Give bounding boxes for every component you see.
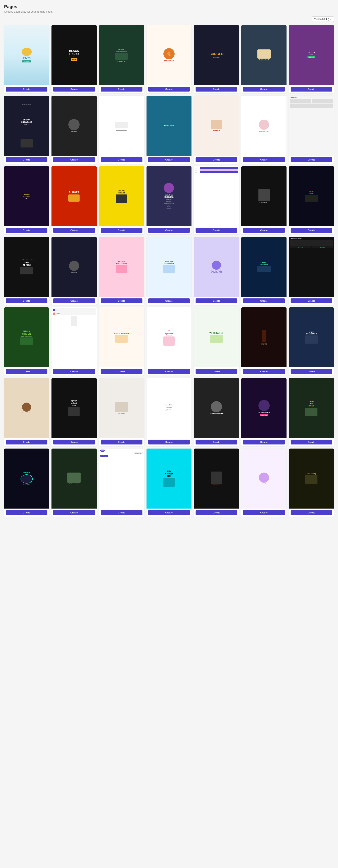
template-preview-pizza: 🍕ORDER NOW [147, 25, 191, 85]
create-button-getready[interactable]: Create [148, 369, 190, 374]
create-button-pink[interactable]: Create [101, 299, 143, 303]
create-button-music2[interactable]: Create [53, 299, 95, 303]
create-button-aboutme[interactable]: Create [148, 510, 190, 515]
template-preview-overview: Overview [289, 96, 334, 156]
template-card-schedule: 9:0010:0011:00Create [194, 166, 239, 234]
template-card-athlete: PERFORMANCECreate [194, 448, 239, 517]
template-preview-restaurant: Fine Dining [289, 448, 334, 508]
create-button-overview[interactable]: Create [290, 157, 332, 162]
view-all-label: View all (248) [314, 18, 329, 21]
template-preview-newalbum: LISTEN TO THE NEWNEWALBUM [4, 237, 49, 297]
template-card-pet: Your Pet'sBest FriendShop NowCreate [4, 25, 49, 93]
create-button-vegetable[interactable]: Create [195, 369, 237, 374]
template-card-thinkgreen: THINKGREENSustainability MattersCreate [4, 307, 49, 375]
create-button-yellow[interactable]: Create [101, 228, 143, 233]
create-button-blackfriday[interactable]: Create [53, 87, 95, 92]
create-button-cybercam[interactable]: Create [6, 510, 48, 515]
create-button-pizza[interactable]: Create [148, 87, 190, 92]
template-card-dancer: PERFORMANCECreate [241, 166, 286, 234]
template-card-newsletter2: Newsletter• Top 5 Videos• Tip 7 Tips• Re… [147, 378, 191, 446]
create-button-james[interactable]: Create [148, 299, 190, 303]
template-card-james: James TylerPhotographyCreate [147, 237, 191, 305]
create-button-fashion[interactable]: Create [195, 157, 237, 162]
create-button-pet[interactable]: Create [6, 87, 48, 92]
create-button-cosmetics[interactable]: Create [243, 157, 285, 162]
create-button-travel[interactable]: Create [53, 510, 95, 515]
create-button-portfolio[interactable]: Create [148, 157, 190, 162]
create-button-wine[interactable]: Create [243, 369, 285, 374]
template-preview-andrew: ANDREW SMITHCLICK HERE [241, 378, 286, 438]
create-button-dadseat[interactable]: Create [290, 440, 332, 444]
create-button-amara[interactable]: Create [148, 228, 190, 233]
create-button-coffee[interactable]: Create [6, 440, 48, 444]
template-preview-vegetable: VEGETABLE [194, 307, 239, 367]
template-card-wine: Fine WineCollectionCreate [241, 307, 286, 375]
create-button-newalbum[interactable]: Create [6, 299, 48, 303]
template-preview-cats: Cat Stories [99, 378, 144, 438]
create-button-sport[interactable]: Create [290, 369, 332, 374]
template-card-newalbum: LISTEN TO THE NEWNEWALBUMCreate [4, 237, 49, 305]
create-button-sportbike[interactable]: Create [290, 228, 332, 233]
template-preview-burger2: BURGER [52, 166, 96, 226]
create-button-dancer[interactable]: Create [243, 228, 285, 233]
create-button-joe[interactable]: Create [195, 440, 237, 444]
template-preview-purple: Take Your TrafficTo The Next Level [194, 237, 239, 297]
template-preview-food: Delicious Food [241, 25, 286, 85]
create-button-andrew[interactable]: Create [243, 440, 285, 444]
template-preview-xmas: HolidayGreetings✦ ✦ ✦ [4, 166, 49, 226]
template-preview-cosmetics: Beauty & Care [241, 96, 286, 156]
create-button-restaurant[interactable]: Create [290, 510, 332, 515]
create-button-schedule[interactable]: Create [195, 228, 237, 233]
template-card-xmas: HolidayGreetings✦ ✦ ✦Create [4, 166, 49, 234]
template-preview-dadseat: DADSEATCreate [289, 378, 334, 438]
template-preview-newsletter2: Newsletter• Top 5 Videos• Tip 7 Tips• Re… [147, 378, 191, 438]
create-button-email[interactable]: Create [53, 369, 95, 374]
create-button-xmas[interactable]: Create [6, 228, 48, 233]
template-preview-crypto: CRYPTOTRADING [241, 237, 286, 297]
create-button-newsletter2[interactable]: Create [148, 440, 190, 444]
create-button-mystery[interactable]: Create [101, 87, 143, 92]
create-button-minimal[interactable]: Create [101, 157, 143, 162]
create-button-burger[interactable]: Create [195, 87, 237, 92]
template-preview-thinkgreen: THINKGREENSustainability Matters [4, 307, 49, 367]
template-card-mystery: MYSTERYFLASH SALEUp to 50% OFFCreate [99, 25, 144, 93]
create-button-chat[interactable]: Create [101, 510, 143, 515]
create-button-pitchme[interactable]: Create [243, 510, 285, 515]
template-card-pizza: 🍕ORDER NOWCreate [147, 25, 191, 93]
templates-grid: Your Pet'sBest FriendShop NowCreateBLACK… [4, 25, 334, 517]
template-preview-minimal [99, 96, 144, 156]
template-card-cosmetics: Beauty & CareCreate [241, 96, 286, 164]
template-card-darktrading: Trading Made SimpleBTC +5%ETH +3%Create [289, 237, 334, 305]
create-button-newsletter[interactable]: Create [101, 369, 143, 374]
template-card-newsletter: Get Our NewsletterCreate [99, 307, 144, 375]
template-card-getready: ♥ ♥Get ReadyCreatorCreate [147, 307, 191, 375]
template-preview-coffee: Premium Coffee [4, 378, 49, 438]
create-button-crypto[interactable]: Create [243, 299, 285, 303]
template-card-burger: BURGERBest in townCreate [194, 25, 239, 93]
template-card-yellow: CREATEIMPACTCreate [99, 166, 144, 234]
create-button-purple[interactable]: Create [195, 299, 237, 303]
create-button-cinema[interactable]: Create [6, 157, 48, 162]
view-all-button[interactable]: View all (248) ▾ [312, 17, 334, 22]
create-button-darktrading[interactable]: Create [290, 299, 332, 303]
template-card-dadseat: DADSEATCreateCreate [289, 378, 334, 446]
template-preview-music2: Music Artist [52, 237, 96, 297]
template-card-joe: JOE FITZGERALDCreate [194, 378, 239, 446]
create-button-model[interactable]: Create [53, 157, 95, 162]
template-card-overview: OverviewCreate [289, 96, 334, 164]
create-button-thinkgreen[interactable]: Create [6, 369, 48, 374]
template-preview-newsletter: Get Our Newsletter [99, 307, 144, 367]
create-button-stopasian[interactable]: Create [53, 440, 95, 444]
template-preview-blackfriday: BLACKFRIDAYFresh Out of BoxSALE [52, 25, 96, 85]
page-header: Pages Choose a template for your landing… [4, 4, 334, 13]
create-button-athlete[interactable]: Create [195, 510, 237, 515]
create-button-app[interactable]: Create [290, 87, 332, 92]
create-button-food[interactable]: Create [243, 87, 285, 92]
template-preview-wine: Fine WineCollection [241, 307, 286, 367]
template-preview-stopasian: #STOPASIANHATE [52, 378, 96, 438]
template-card-food: Delicious FoodCreate [241, 25, 286, 93]
chevron-down-icon: ▾ [330, 18, 331, 20]
create-button-burger2[interactable]: Create [53, 228, 95, 233]
create-button-cats[interactable]: Create [101, 440, 143, 444]
template-preview-pink: BEAUTYCOLLECTION [99, 237, 144, 297]
